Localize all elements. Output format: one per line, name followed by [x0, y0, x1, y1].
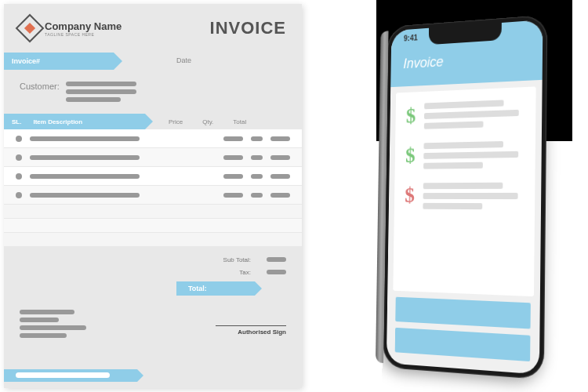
- col-price: Price: [169, 118, 183, 125]
- company-name: Company Name: [45, 20, 122, 32]
- table-body: [4, 129, 302, 247]
- invoice-title: INVOICE: [210, 18, 286, 38]
- phone-mockup: 9:41 Invoice $ $: [383, 15, 548, 380]
- table-row: [4, 148, 302, 167]
- table-row: [4, 129, 302, 148]
- signature-area: Authorised Sign: [216, 325, 286, 338]
- dollar-icon: $: [405, 143, 416, 169]
- col-sl: SL.: [12, 118, 21, 125]
- company-tagline: TAGLINE SPACE HERE: [45, 32, 122, 37]
- customer-placeholder: [66, 82, 136, 102]
- invoice-entry: $: [405, 140, 524, 169]
- phone-invoice-list: $ $: [393, 86, 535, 296]
- col-total: Total: [233, 118, 246, 125]
- col-qty: Qty.: [202, 118, 213, 125]
- phone-footer: [387, 296, 540, 362]
- total-label: Total:: [176, 281, 255, 296]
- invoice-entry: $: [406, 99, 524, 129]
- customer-label: Customer:: [20, 82, 60, 102]
- date-label: Date: [161, 53, 207, 70]
- summary-block: [395, 328, 531, 361]
- bottom-ribbon: [4, 369, 137, 382]
- dollar-icon: $: [405, 183, 415, 209]
- subtotal-label: Sub Total:: [223, 256, 251, 263]
- paper-invoice: Company Name TAGLINE SPACE HERE INVOICE …: [4, 4, 302, 388]
- footer-notes-placeholder: [20, 310, 86, 338]
- signature-label: Authorised Sign: [216, 328, 286, 336]
- invoice-number-label: Invoice#: [4, 53, 114, 70]
- invoice-entry: $: [405, 183, 523, 210]
- table-row: [4, 186, 302, 205]
- summary-block: [395, 297, 531, 329]
- logo-icon: [16, 14, 45, 43]
- table-row: [4, 167, 302, 186]
- company-logo-block: Company Name TAGLINE SPACE HERE: [20, 18, 122, 38]
- col-desc: Item Description: [33, 118, 82, 125]
- table-header: SL. Item Description Price Qty. Total: [4, 114, 302, 129]
- phone-notch: [429, 23, 502, 45]
- status-time: 9:41: [404, 34, 418, 43]
- dollar-icon: $: [406, 103, 416, 129]
- tax-label: Tax:: [239, 269, 251, 276]
